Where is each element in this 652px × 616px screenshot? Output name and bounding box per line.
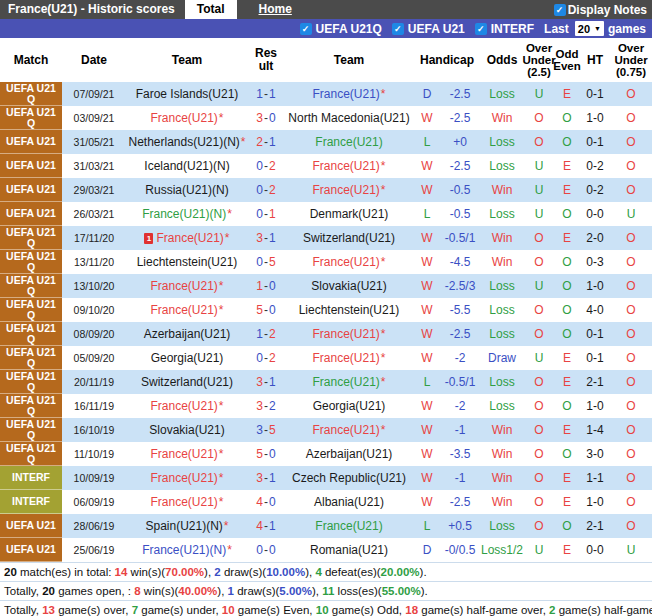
under-label: Under <box>614 54 647 66</box>
handicap-value: -2.5 <box>440 495 480 509</box>
match-competition: UEFA U21 Q <box>0 226 62 250</box>
home-goals: 5 <box>256 447 263 461</box>
home-team: France(U21)* <box>126 303 248 317</box>
col-header-handicap: Handicap <box>414 54 480 67</box>
away-team: France(U21)* <box>284 423 414 437</box>
team-label: France(U21) <box>156 231 223 245</box>
team-label: France(U21) <box>150 399 217 413</box>
home-team: France(U21)* <box>126 111 248 125</box>
away-goals: 1 <box>269 375 276 389</box>
away-team: France(U21) <box>284 519 414 533</box>
star-marker: * <box>381 423 386 437</box>
away-team: France(U21)* <box>284 183 414 197</box>
score: 3-1 <box>248 231 284 245</box>
away-goals: 2 <box>269 159 276 173</box>
result-letter: W <box>414 447 440 461</box>
filter-checkbox-uefa-u21q[interactable]: ✓ <box>300 23 312 35</box>
match-competition: INTERF <box>0 490 62 514</box>
match-date: 16/10/19 <box>62 424 126 436</box>
away-goals: 2 <box>269 399 276 413</box>
display-notes-checkbox[interactable]: ✓ <box>554 4 566 16</box>
over-label: Over <box>526 42 552 54</box>
result-letter: W <box>414 111 440 125</box>
handicap-value: -0.5 <box>440 207 480 221</box>
match-competition: UEFA U21 Q <box>0 442 62 466</box>
handicap-value: -2.5 <box>440 159 480 173</box>
summary-segment: 10 <box>222 604 235 616</box>
star-marker: * <box>381 327 386 341</box>
match-competition: UEFA U21 <box>0 538 62 562</box>
home-goals: 0 <box>256 159 263 173</box>
match-date: 08/09/20 <box>62 328 126 340</box>
match-competition: UEFA U21 <box>0 178 62 202</box>
odd-even: E <box>554 159 580 173</box>
star-marker: * <box>381 351 386 365</box>
match-competition: UEFA U21 Q <box>0 298 62 322</box>
summary-segment: 14 <box>115 566 128 578</box>
table-row: UEFA U21 Q13/11/20Liechtenstein(U21)0-5F… <box>0 250 652 274</box>
over-under-25: U <box>524 159 554 173</box>
summary-segment: game(s) over, <box>55 604 132 616</box>
star-marker: * <box>241 135 246 149</box>
odds-result: Loss <box>480 375 524 389</box>
summary-segment: match(es) in total: <box>17 566 115 578</box>
odd-even: E <box>554 543 580 557</box>
over-under-075: U <box>610 207 652 221</box>
odds-result: Loss <box>480 519 524 533</box>
over-under-075: O <box>610 87 652 101</box>
summary-segment: ). <box>421 585 428 597</box>
over-under-25: U <box>524 183 554 197</box>
home-team: Spain(U21)(N)* <box>126 519 248 533</box>
home-goals: 3 <box>256 471 263 485</box>
star-marker: * <box>219 111 224 125</box>
filter-checkbox-interf[interactable]: ✓ <box>475 23 487 35</box>
odd-even: E <box>554 495 580 509</box>
table-row: UEFA U21 Q13/10/20France(U21)*1-0Slovaki… <box>0 274 652 298</box>
col-header-over-under-25: Over Under (2.5) <box>524 42 554 78</box>
over-under-075: O <box>610 231 652 245</box>
away-goals: 1 <box>269 519 276 533</box>
summary-segment: ), <box>305 566 315 578</box>
filter-label-uefa-u21: UEFA U21 <box>408 22 465 36</box>
over-under-25: O <box>524 135 554 149</box>
half-time-score: 0-1 <box>580 351 610 365</box>
score: 4-0 <box>248 495 284 509</box>
home-team: Faroe Islands(U21) <box>126 87 248 101</box>
summary-segment: win(s)( <box>141 585 179 597</box>
odds-result: Win <box>480 111 524 125</box>
odds-result: Loss <box>480 279 524 293</box>
match-competition: UEFA U21 <box>0 202 62 226</box>
odds-result: Win <box>480 471 524 485</box>
score: 3-1 <box>248 471 284 485</box>
summary-line-1: 20 match(es) in total: 14 win(s)(70.00%)… <box>0 562 652 581</box>
display-notes-toggle[interactable]: ✓ Display Notes <box>554 0 652 19</box>
over-under-075: O <box>610 495 652 509</box>
chevron-down-icon: ▼ <box>594 25 601 32</box>
half-time-score: 1-1 <box>580 471 610 485</box>
score: 0-2 <box>248 351 284 365</box>
summary-segment: ), <box>217 585 227 597</box>
tab-total[interactable]: Total <box>185 0 237 19</box>
over-under-075: O <box>610 327 652 341</box>
match-date: 28/06/19 <box>62 520 126 532</box>
table-row: INTERF06/09/19France(U21)*4-0Albania(U21… <box>0 490 652 514</box>
odd-label: Odd <box>556 48 579 60</box>
team-label: Switzerland(U21) <box>303 231 395 245</box>
games-count-select[interactable]: 20 ▼ <box>575 21 604 36</box>
team-label: North Macedonia(U21) <box>288 111 409 125</box>
over-under-25: O <box>524 255 554 269</box>
match-competition: UEFA U21 <box>0 154 62 178</box>
over-under-075: O <box>610 303 652 317</box>
summary-section: 20 match(es) in total: 14 win(s)(70.00%)… <box>0 562 652 616</box>
half-time-score: 0-0 <box>580 543 610 557</box>
score: 3-2 <box>248 399 284 413</box>
over-under-075: O <box>610 519 652 533</box>
match-competition: UEFA U21 Q <box>0 346 62 370</box>
odd-even: E <box>554 183 580 197</box>
match-date: 13/11/20 <box>62 256 126 268</box>
tab-home[interactable]: Home <box>247 0 304 19</box>
filter-checkbox-uefa-u21[interactable]: ✓ <box>392 23 404 35</box>
half-time-score: 4-0 <box>580 303 610 317</box>
odds-result: Win <box>480 255 524 269</box>
match-date: 05/09/20 <box>62 352 126 364</box>
